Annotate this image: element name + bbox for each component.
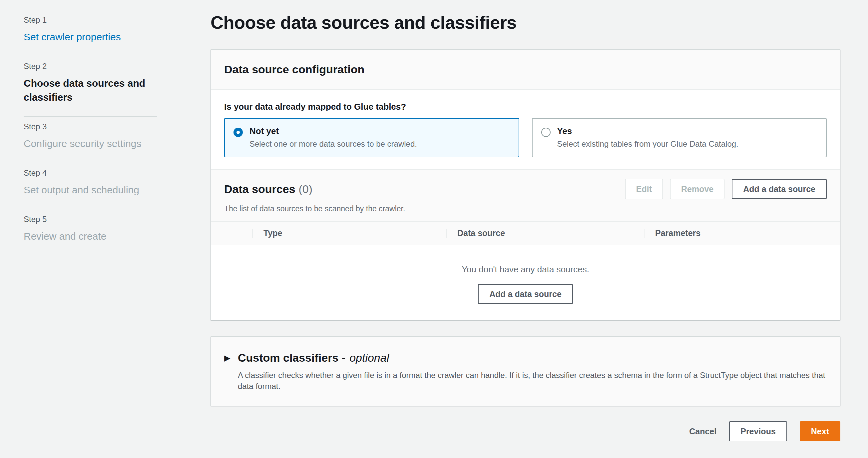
custom-classifiers-panel: ▶ Custom classifiers - optional A classi… — [211, 336, 840, 406]
data-sources-description: The list of data sources to be scanned b… — [224, 204, 827, 213]
data-source-configuration-panel: Data source configuration Is your data a… — [211, 49, 840, 320]
add-data-source-button[interactable]: Add a data source — [732, 179, 827, 199]
next-button[interactable]: Next — [800, 421, 840, 441]
selection-column-spacer — [211, 222, 252, 245]
data-sources-count: (0) — [299, 183, 313, 195]
glue-tables-question-label: Is your data already mapped to Glue tabl… — [224, 102, 827, 112]
tile-yes-label: Yes — [557, 126, 738, 136]
sidebar-item-choose-data-sources: Choose data sources and classifiers — [24, 76, 157, 104]
remove-button: Remove — [670, 179, 724, 199]
step-label: Step 2 — [24, 62, 157, 71]
sidebar-item-review-create: Review and create — [24, 229, 157, 243]
custom-classifiers-optional-label: optional — [349, 351, 389, 364]
custom-classifiers-title: Custom classifiers - — [238, 351, 345, 364]
sidebar-step-3: Step 3 Configure security settings — [24, 117, 157, 163]
sidebar-step-2: Step 2 Choose data sources and classifie… — [24, 56, 157, 116]
step-label: Step 1 — [24, 15, 157, 25]
previous-button[interactable]: Previous — [729, 421, 787, 441]
panel-header: Data source configuration — [211, 50, 840, 90]
wizard-footer-actions: Cancel Previous Next — [211, 421, 840, 441]
edit-button: Edit — [625, 179, 663, 199]
table-empty-state: You don't have any data sources. Add a d… — [211, 245, 840, 320]
wizard-steps-sidebar: Step 1 Set crawler properties Step 2 Cho… — [24, 10, 157, 441]
data-sources-header: Data sources(0) Edit Remove Add a data s… — [211, 169, 840, 221]
sidebar-item-configure-security: Configure security settings — [24, 137, 157, 151]
sidebar-step-4: Step 4 Set output and scheduling — [24, 163, 157, 209]
cancel-button[interactable]: Cancel — [689, 427, 716, 436]
radio-yes[interactable] — [541, 128, 551, 137]
custom-classifiers-description: A classifier checks whether a given file… — [238, 370, 827, 392]
tile-yes[interactable]: Yes Select existing tables from your Glu… — [532, 118, 827, 158]
column-header-parameters: Parameters — [644, 222, 840, 245]
sidebar-step-1: Step 1 Set crawler properties — [24, 10, 157, 56]
empty-state-message: You don't have any data sources. — [211, 264, 840, 275]
step-label: Step 4 — [24, 168, 157, 178]
column-header-data-source: Data source — [446, 222, 644, 245]
panel-body: Is your data already mapped to Glue tabl… — [211, 90, 840, 169]
tile-not-yet-description: Select one or more data sources to be cr… — [249, 139, 417, 149]
data-sources-title: Data sources(0) — [224, 183, 312, 196]
wizard-page: Step 1 Set crawler properties Step 2 Cho… — [0, 0, 868, 441]
sidebar-step-5: Step 5 Review and create — [24, 209, 157, 255]
expand-caret-icon: ▶ — [224, 353, 238, 363]
data-sources-actions: Edit Remove Add a data source — [625, 179, 827, 199]
sidebar-item-set-crawler-properties[interactable]: Set crawler properties — [24, 30, 157, 44]
sidebar-item-set-output: Set output and scheduling — [24, 183, 157, 197]
page-title: Choose data sources and classifiers — [211, 12, 840, 33]
step-label: Step 5 — [24, 215, 157, 224]
custom-classifiers-expander[interactable]: ▶ Custom classifiers - optional — [224, 351, 827, 364]
radio-tile-group: Not yet Select one or more data sources … — [224, 118, 827, 158]
step-label: Step 3 — [24, 122, 157, 131]
column-header-type: Type — [252, 222, 446, 245]
main-content: Choose data sources and classifiers Data… — [211, 10, 840, 441]
tile-not-yet-label: Not yet — [249, 126, 417, 136]
empty-add-data-source-button[interactable]: Add a data source — [478, 284, 573, 304]
tile-yes-description: Select existing tables from your Glue Da… — [557, 139, 738, 149]
tile-not-yet[interactable]: Not yet Select one or more data sources … — [224, 118, 519, 158]
radio-not-yet[interactable] — [234, 128, 243, 137]
table-column-header-row: Type Data source Parameters — [211, 221, 840, 245]
